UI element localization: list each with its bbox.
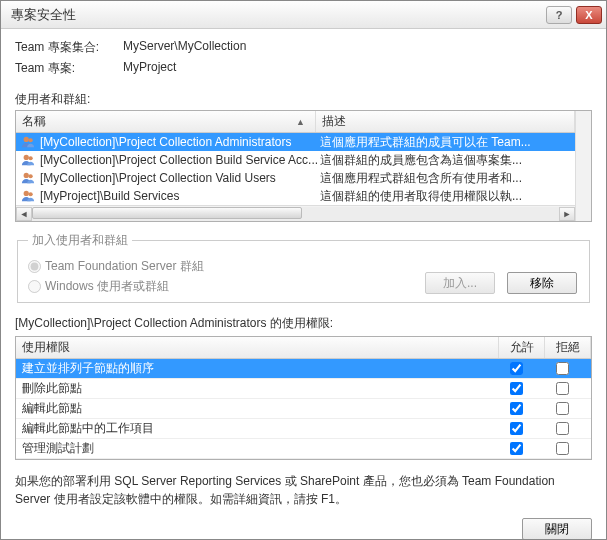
permissions-label: [MyCollection]\Project Collection Admini… — [15, 315, 592, 332]
permission-row[interactable]: 編輯此節點中的工作項目 — [16, 419, 591, 439]
deny-checkbox[interactable] — [556, 422, 569, 435]
list-item-desc: 這個應用程式群組包含所有使用者和... — [320, 170, 571, 187]
permission-row[interactable]: 建立並排列子節點的順序 — [16, 359, 591, 379]
deny-checkbox[interactable] — [556, 362, 569, 375]
radio-tfs-label: Team Foundation Server 群組 — [45, 258, 204, 275]
svg-point-5 — [29, 174, 33, 178]
add-users-groupbox: 加入使用者和群組 Team Foundation Server 群組 Windo… — [17, 232, 590, 303]
list-item[interactable]: [MyCollection]\Project Collection Admini… — [16, 133, 575, 151]
note-text: 如果您的部署利用 SQL Server Reporting Services 或… — [15, 472, 592, 508]
list-item-desc: 這個群組的成員應包含為這個專案集... — [320, 152, 571, 169]
project-value: MyProject — [123, 60, 176, 77]
permission-name: 建立並排列子節點的順序 — [22, 360, 493, 377]
vertical-scrollbar[interactable] — [575, 111, 591, 221]
permission-row[interactable]: 管理測試計劃 — [16, 439, 591, 459]
security-dialog: 專案安全性 ? X Team 專案集合: MyServer\MyCollecti… — [0, 0, 607, 540]
close-button[interactable]: 關閉 — [522, 518, 592, 539]
column-header-name[interactable]: 名稱 ▲ — [16, 111, 316, 132]
group-icon — [20, 189, 36, 203]
list-item-name: [MyCollection]\Project Collection Valid … — [40, 171, 320, 185]
permission-row[interactable]: 刪除此節點 — [16, 379, 591, 399]
users-listview[interactable]: 名稱 ▲ 描述 [MyCollection]\Project Collectio… — [15, 110, 592, 222]
titlebar[interactable]: 專案安全性 ? X — [1, 1, 606, 29]
permissions-table[interactable]: 使用權限 允許 拒絕 建立並排列子節點的順序刪除此節點編輯此節點編輯此節點中的工… — [15, 336, 592, 460]
deny-checkbox[interactable] — [556, 402, 569, 415]
deny-checkbox[interactable] — [556, 382, 569, 395]
deny-checkbox[interactable] — [556, 442, 569, 455]
add-users-legend: 加入使用者和群組 — [28, 232, 132, 249]
scroll-thumb[interactable] — [32, 207, 302, 219]
list-item[interactable]: [MyCollection]\Project Collection Valid … — [16, 169, 575, 187]
column-header-desc[interactable]: 描述 — [316, 111, 575, 132]
window-title: 專案安全性 — [11, 6, 546, 24]
dialog-content: Team 專案集合: MyServer\MyCollection Team 專案… — [1, 29, 606, 539]
list-item-desc: 這個應用程式群組的成員可以在 Team... — [320, 134, 571, 151]
permission-name: 管理測試計劃 — [22, 440, 493, 457]
list-item-name: [MyCollection]\Project Collection Admini… — [40, 135, 320, 149]
scroll-left-icon[interactable]: ◄ — [16, 207, 32, 221]
project-label: Team 專案: — [15, 60, 115, 77]
svg-point-6 — [24, 191, 29, 196]
svg-point-4 — [24, 173, 29, 178]
allow-checkbox[interactable] — [510, 422, 523, 435]
sort-asc-icon: ▲ — [296, 117, 305, 127]
group-icon — [20, 135, 36, 149]
collection-label: Team 專案集合: — [15, 39, 115, 56]
perm-column-deny[interactable]: 拒絕 — [545, 337, 591, 358]
help-button[interactable]: ? — [546, 6, 572, 24]
svg-point-7 — [29, 192, 33, 196]
remove-button[interactable]: 移除 — [507, 272, 577, 294]
svg-point-2 — [24, 155, 29, 160]
allow-checkbox[interactable] — [510, 442, 523, 455]
permission-name: 刪除此節點 — [22, 380, 493, 397]
close-icon[interactable]: X — [576, 6, 602, 24]
group-icon — [20, 171, 36, 185]
svg-point-1 — [29, 138, 33, 142]
permission-row[interactable]: 編輯此節點 — [16, 399, 591, 419]
users-section-label: 使用者和群組: — [15, 91, 592, 108]
radio-windows-label: Windows 使用者或群組 — [45, 278, 169, 295]
list-item[interactable]: [MyCollection]\Project Collection Build … — [16, 151, 575, 169]
permission-name: 編輯此節點中的工作項目 — [22, 420, 493, 437]
horizontal-scrollbar[interactable]: ◄ ► — [16, 205, 575, 221]
svg-point-0 — [24, 137, 29, 142]
list-item-desc: 這個群組的使用者取得使用權限以執... — [320, 188, 571, 205]
allow-checkbox[interactable] — [510, 402, 523, 415]
permission-name: 編輯此節點 — [22, 400, 493, 417]
add-button[interactable]: 加入... — [425, 272, 495, 294]
scroll-right-icon[interactable]: ► — [559, 207, 575, 221]
list-item-name: [MyCollection]\Project Collection Build … — [40, 153, 320, 167]
collection-value: MyServer\MyCollection — [123, 39, 246, 56]
svg-point-3 — [29, 156, 33, 160]
perm-column-name[interactable]: 使用權限 — [16, 337, 499, 358]
allow-checkbox[interactable] — [510, 382, 523, 395]
list-item-name: [MyProject]\Build Services — [40, 189, 320, 203]
list-item[interactable]: [MyProject]\Build Services這個群組的使用者取得使用權限… — [16, 187, 575, 205]
radio-tfs-group[interactable] — [28, 260, 41, 273]
radio-windows-group[interactable] — [28, 280, 41, 293]
group-icon — [20, 153, 36, 167]
allow-checkbox[interactable] — [510, 362, 523, 375]
perm-column-allow[interactable]: 允許 — [499, 337, 545, 358]
